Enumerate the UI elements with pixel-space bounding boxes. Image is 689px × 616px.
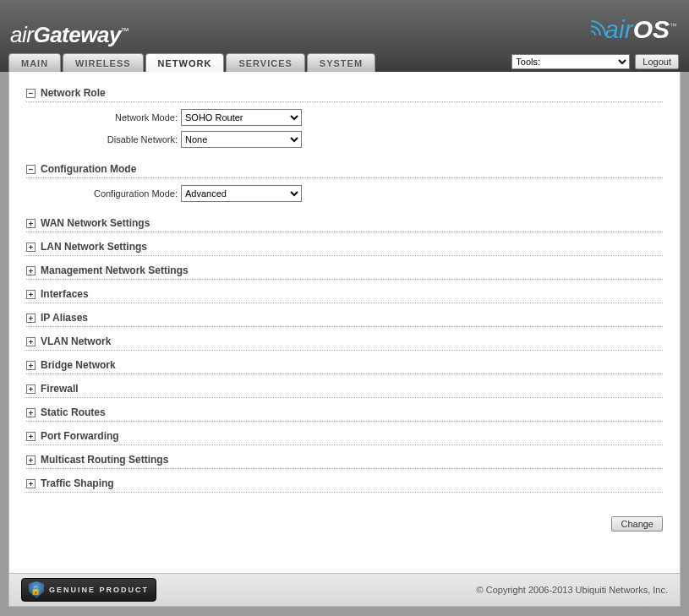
genuine-badge: 🔒 GENUINE PRODUCT: [21, 578, 156, 602]
section-collapsed[interactable]: +Port Forwarding: [26, 430, 663, 445]
section-collapsed[interactable]: +Firewall: [26, 383, 663, 398]
section-collapsed[interactable]: +IP Aliases: [26, 312, 663, 327]
collapse-icon: −: [26, 89, 36, 98]
tab-main[interactable]: MAIN: [8, 53, 61, 72]
expand-icon: +: [26, 408, 36, 417]
content-panel: − Network Role Network Mode: SOHO Router…: [8, 72, 681, 573]
section-title: Firewall: [41, 383, 79, 395]
section-collapsed[interactable]: +Interfaces: [26, 288, 663, 303]
expand-icon: +: [26, 243, 36, 252]
section-title: Management Network Settings: [41, 264, 189, 276]
select-configuration-mode[interactable]: Advanced: [181, 185, 302, 202]
expand-icon: +: [26, 479, 36, 488]
tab-services[interactable]: SERVICES: [226, 53, 304, 72]
label-network-mode: Network Mode:: [26, 112, 181, 123]
section-title: Port Forwarding: [41, 430, 119, 442]
section-collapsed[interactable]: +LAN Network Settings: [26, 241, 663, 256]
expand-icon: +: [26, 266, 36, 275]
section-title: Network Role: [41, 87, 106, 99]
row-network-mode: Network Mode: SOHO Router: [26, 109, 663, 126]
section-title: VLAN Network: [41, 335, 111, 347]
tab-system[interactable]: SYSTEM: [307, 53, 375, 72]
row-disable-network: Disable Network: None: [26, 131, 663, 148]
section-collapsed[interactable]: +Static Routes: [26, 406, 663, 422]
section-collapsed[interactable]: +Bridge Network: [26, 359, 663, 374]
section-title: Static Routes: [41, 406, 106, 418]
select-network-mode[interactable]: SOHO Router: [181, 109, 302, 126]
shield-icon: 🔒: [29, 581, 44, 598]
expand-icon: +: [26, 455, 36, 465]
row-configuration-mode: Configuration Mode: Advanced: [26, 185, 663, 202]
expand-icon: +: [26, 313, 36, 323]
brand-airgateway: airGateway™: [10, 22, 129, 48]
collapse-icon: −: [26, 165, 36, 174]
section-title: IP Aliases: [41, 312, 88, 324]
brand-airos: airOS™: [591, 15, 677, 44]
section-collapsed[interactable]: +Traffic Shaping: [26, 477, 663, 493]
expand-icon: +: [26, 290, 36, 299]
expand-icon: +: [26, 432, 36, 441]
expand-icon: +: [26, 219, 36, 228]
header: airGateway™ airOS™: [0, 0, 689, 52]
tab-wireless[interactable]: WIRELESS: [63, 53, 143, 72]
section-title: Traffic Shaping: [41, 477, 114, 489]
collapsed-sections: +WAN Network Settings+LAN Network Settin…: [26, 217, 663, 493]
section-collapsed[interactable]: +Multicast Routing Settings: [26, 454, 663, 469]
tab-bar: MAIN WIRELESS NETWORK SERVICES SYSTEM To…: [0, 52, 689, 72]
label-configuration-mode: Configuration Mode:: [26, 188, 181, 199]
logout-button[interactable]: Logout: [635, 54, 679, 69]
section-title: Bridge Network: [41, 359, 116, 371]
section-network-role[interactable]: − Network Role: [26, 87, 663, 102]
tab-network[interactable]: NETWORK: [145, 53, 225, 72]
expand-icon: +: [26, 337, 36, 346]
tools-select[interactable]: Tools:: [511, 54, 630, 69]
select-disable-network[interactable]: None: [181, 131, 302, 148]
change-button[interactable]: Change: [611, 516, 663, 532]
footer: 🔒 GENUINE PRODUCT © Copyright 2006-2013 …: [8, 573, 681, 607]
section-title: Configuration Mode: [41, 163, 136, 175]
section-collapsed[interactable]: +WAN Network Settings: [26, 217, 663, 232]
section-title: LAN Network Settings: [41, 241, 147, 253]
expand-icon: +: [26, 361, 36, 370]
section-collapsed[interactable]: +VLAN Network: [26, 335, 663, 351]
section-title: Interfaces: [41, 288, 89, 300]
expand-icon: +: [26, 384, 36, 394]
copyright-text: © Copyright 2006-2013 Ubiquiti Networks,…: [477, 585, 668, 595]
wifi-icon: [591, 17, 606, 35]
section-title: Multicast Routing Settings: [41, 454, 168, 466]
section-collapsed[interactable]: +Management Network Settings: [26, 264, 663, 280]
section-configuration-mode[interactable]: − Configuration Mode: [26, 163, 663, 178]
section-title: WAN Network Settings: [41, 217, 150, 229]
label-disable-network: Disable Network:: [26, 134, 181, 144]
badge-text: GENUINE PRODUCT: [49, 586, 149, 594]
